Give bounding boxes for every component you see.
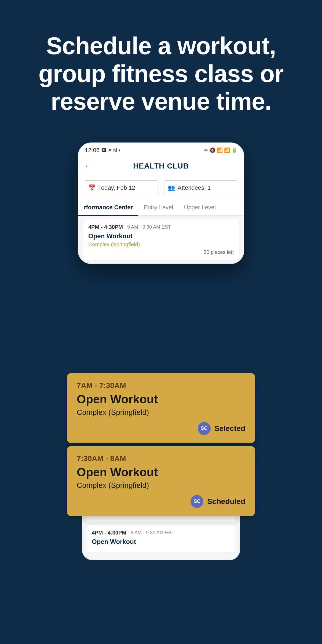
scheduled-card-time: 7:30AM - 8AM [77, 454, 245, 463]
scheduled-avatar: SC [191, 495, 203, 508]
card1-time: 4PM - 4:30PM [88, 224, 123, 230]
card1-est-time: 9 AM - 9:30 AM EST [127, 224, 171, 230]
selected-card-title: Open Workout [77, 393, 245, 406]
scheduled-card-title: Open Workout [77, 466, 245, 479]
lower-card2-title: Open Workout [92, 538, 230, 546]
lower-card2-time: 4PM - 4:30PM [92, 530, 126, 536]
people-icon: 👥 [168, 184, 175, 191]
date-filter[interactable]: 📅 Today, Feb 12 [84, 180, 159, 195]
selected-workout-card[interactable]: 7AM - 7:30AM Open Workout Complex (Sprin… [67, 373, 255, 443]
lower-card-2[interactable]: 4PM - 4:30PM 9 AM - 9:30 AM EST Open Wor… [86, 525, 236, 552]
tabs-row: rformance Center Entry Level Upper Level [78, 200, 244, 216]
selected-card-time: 7AM - 7:30AM [77, 381, 245, 390]
scroll-area[interactable]: 4PM - 4:30PM 9 AM - 9:30 AM EST Open Wor… [78, 216, 244, 264]
lower-card2-est: 9 AM - 9:30 AM EST [131, 530, 174, 536]
tab-performance-center[interactable]: rformance Center [78, 200, 138, 215]
card1-location: Complex (Springfield) [88, 241, 234, 248]
app-title: HEALTH CLUB [133, 162, 189, 170]
app-header: ← HEALTH CLUB [78, 158, 244, 176]
hero-title: Schedule a workout, group fitness class … [21, 32, 301, 116]
selected-status: Selected [214, 424, 245, 433]
scheduled-card-location: Complex (Springfield) [77, 481, 245, 490]
status-bar: 12:06 🖼 ✕ M • ✏ 🔇 📶 📶 🔋 [78, 143, 244, 158]
date-label: Today, Feb 12 [98, 184, 135, 191]
status-icons: ✏ 🔇 📶 📶 🔋 [204, 147, 237, 153]
back-button[interactable]: ← [85, 162, 92, 170]
workout-card-1[interactable]: 4PM - 4:30PM 9 AM - 9:30 AM EST Open Wor… [83, 219, 239, 260]
attendees-filter[interactable]: 👥 Attendees: 1 [163, 180, 238, 195]
calendar-icon: 📅 [88, 184, 96, 191]
filter-row: 📅 Today, Feb 12 👥 Attendees: 1 [78, 176, 244, 200]
tab-upper-level[interactable]: Upper Level [178, 200, 221, 215]
phone-mockup: 12:06 🖼 ✕ M • ✏ 🔇 📶 📶 🔋 ← HEALTH CLUB 📅 … [78, 142, 244, 264]
scheduled-status: Scheduled [207, 497, 245, 506]
selected-avatar: SC [198, 422, 211, 435]
card1-title: Open Workout [88, 232, 234, 240]
hero-section: Schedule a workout, group fitness class … [0, 0, 322, 132]
selected-card-location: Complex (Springfield) [77, 408, 245, 417]
status-time: 12:06 🖼 ✕ M • [85, 147, 120, 154]
phone-frame: 12:06 🖼 ✕ M • ✏ 🔇 📶 📶 🔋 ← HEALTH CLUB 📅 … [78, 142, 244, 264]
card1-places: 50 places left [88, 249, 234, 255]
scheduled-workout-card[interactable]: 7:30AM - 8AM Open Workout Complex (Sprin… [67, 446, 255, 516]
tab-entry-level[interactable]: Entry Level [138, 200, 178, 215]
attendees-label: Attendees: 1 [178, 184, 211, 191]
